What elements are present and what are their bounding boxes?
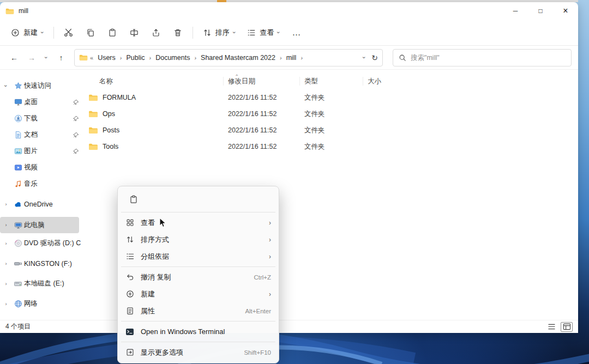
up-button[interactable]: ↑ [53,50,69,65]
view-lines-icon [247,28,256,37]
sidebar-item-desktop[interactable]: 桌面 [0,94,82,110]
recent-locations-button[interactable]: › [41,50,51,65]
breadcrumb-separator: › [193,54,197,61]
menu-item-label: 属性 [141,306,155,316]
sidebar-item-this-pc[interactable]: › 此电脑 [0,217,79,233]
submenu-arrow-icon: › [269,253,271,260]
menu-item-new[interactable]: 新建 › [120,286,277,302]
search-icon [399,54,406,62]
folder-icon [88,110,98,118]
new-button[interactable]: 新建 › [5,23,49,42]
sidebar-item-music[interactable]: 音乐 [0,175,82,192]
sort-button[interactable]: 排序 › [197,23,241,42]
menu-item-open-in-terminal[interactable]: Open in Windows Terminal [120,323,277,340]
view-button[interactable]: 查看 › [242,23,285,42]
chevron-right-icon: › [5,202,7,207]
column-header-date[interactable]: 修改日期 [224,77,300,86]
sort-arrows-icon [203,28,212,37]
downloads-icon [12,114,24,123]
sidebar-item-videos[interactable]: 视频 [0,159,82,175]
menu-item-label: 撤消 复制 [141,272,171,282]
menu-item-group-by[interactable]: 分组依据 › [120,248,277,265]
rename-button[interactable] [124,23,145,42]
maximize-button[interactable]: □ [528,2,553,20]
folder-icon [88,94,98,101]
file-row[interactable]: Tools 2022/1/16 11:52 文件夹 [82,138,578,155]
menu-item-view[interactable]: 查看 › [120,214,277,231]
submenu-arrow-icon: › [269,236,271,244]
terminal-icon [124,328,135,336]
breadcrumb-public[interactable]: Public [124,54,147,62]
address-bar[interactable]: « Users › Public › Documents › Shared Ma… [74,49,383,66]
forward-button[interactable]: → [24,50,39,65]
breadcrumb-shared-mastercam[interactable]: Shared Mastercam 2022 [199,54,278,62]
menu-item-sort-by[interactable]: 排序方式 › [120,231,277,248]
search-input[interactable] [411,54,566,62]
list-view-toggle[interactable] [545,322,557,332]
share-button[interactable] [146,23,166,42]
sidebar-item-quick-access[interactable]: › 快速访问 [0,77,82,94]
breadcrumb-separator: › [299,54,304,61]
address-folder-icon [79,54,88,61]
column-header-type[interactable]: 类型 [300,77,363,86]
this-pc-icon [12,221,24,229]
file-row[interactable]: Ops 2022/1/16 11:52 文件夹 [82,106,578,122]
pin-icon [71,116,81,122]
share-icon [152,28,160,37]
breadcrumb-users[interactable]: Users [95,54,118,62]
navigation-pane: › 快速访问 桌面 下载 [0,70,82,320]
sidebar-item-label: 视频 [24,163,81,172]
menu-separator [121,342,275,342]
hard-disk-icon [12,280,24,288]
column-headers: › 名称 修改日期 类型 大小 [82,73,578,89]
submenu-arrow-icon: › [269,290,271,298]
sort-arrows-icon [124,235,135,244]
column-header-size[interactable]: 大小 [363,77,401,86]
address-dropdown-chevron[interactable]: › [361,57,367,59]
breadcrumb-overflow[interactable]: « [89,54,94,61]
column-header-name[interactable]: 名称 [88,77,224,86]
minimize-button[interactable]: ─ [503,2,528,20]
menu-separator [121,212,275,213]
group-list-icon [124,252,135,260]
menu-item-properties[interactable]: 属性 Alt+Enter [120,302,277,319]
chevron-right-icon: › [5,222,7,228]
paste-button[interactable] [102,23,123,42]
sidebar-item-downloads[interactable]: 下载 [0,110,82,126]
delete-button[interactable] [167,23,188,42]
close-button[interactable]: × [553,2,578,20]
sidebar-item-label: 音乐 [24,179,81,189]
plus-circle-icon [11,28,20,37]
menu-item-show-more-options[interactable]: 显示更多选项 Shift+F10 [120,344,277,361]
sidebar-item-dvd-drive[interactable]: › DVD 驱动器 (D:) CR [0,233,82,253]
cut-button[interactable] [58,23,79,42]
breadcrumb-documents[interactable]: Documents [153,54,192,62]
copy-button[interactable] [80,23,101,42]
menu-shortcut: Shift+F10 [244,349,271,356]
sidebar-item-network[interactable]: › 网络 [0,294,82,314]
sidebar-item-pictures[interactable]: 图片 [0,143,82,159]
menu-item-undo-copy[interactable]: 撤消 复制 Ctrl+Z [120,269,277,286]
sidebar-item-local-disk[interactable]: › 本地磁盘 (E:) [0,274,82,294]
sidebar-item-kingston[interactable]: › KINGSTON (F:) [0,253,82,274]
paste-button[interactable] [124,191,143,208]
window-title: mill [19,7,28,15]
mouse-cursor [159,217,166,228]
sidebar-item-onedrive[interactable]: › OneDrive [0,196,82,213]
file-date: 2022/1/16 11:52 [224,110,300,118]
search-box[interactable] [393,49,572,66]
file-row[interactable]: FORMULA 2022/1/16 11:52 文件夹 [82,89,578,106]
refresh-button[interactable]: ↻ [371,53,378,62]
sidebar-item-documents[interactable]: 文档 [0,126,82,143]
sidebar-item-label: 文档 [24,130,71,139]
sidebar-item-label: 桌面 [24,98,71,107]
new-label: 新建 [23,28,38,38]
sidebar-item-label: OneDrive [24,201,81,208]
breadcrumb-mill[interactable]: mill [284,54,299,62]
sidebar-item-label: 此电脑 [24,221,78,230]
file-row[interactable]: Posts 2022/1/16 11:52 文件夹 [82,122,578,138]
breadcrumb-separator: › [279,54,283,61]
back-button[interactable]: ← [7,50,22,65]
more-options-button[interactable]: … [286,23,307,42]
details-view-toggle[interactable] [561,322,573,332]
